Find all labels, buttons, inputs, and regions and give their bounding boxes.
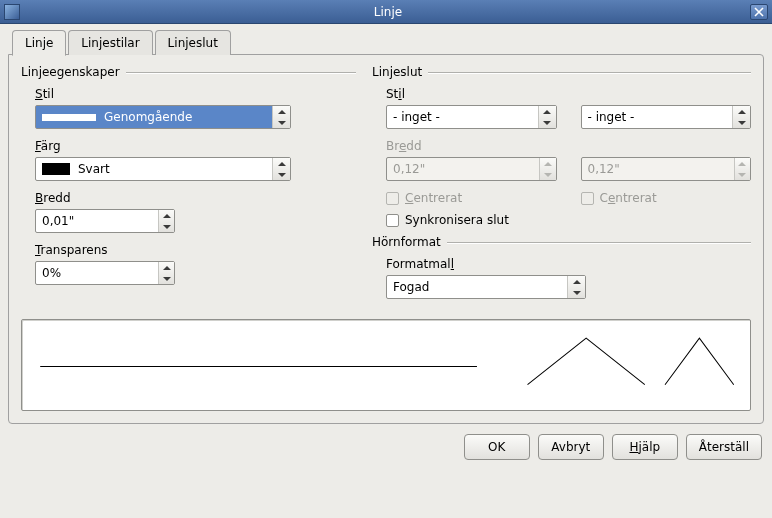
endwidth-right-input <box>582 158 734 180</box>
combo-value: Svart <box>78 162 110 176</box>
button-label: Avbryt <box>551 440 590 454</box>
tab-linje[interactable]: Linje <box>12 30 66 56</box>
combo-arrows[interactable] <box>272 106 290 128</box>
button-label: Återställ <box>699 440 749 454</box>
combo-value: Genomgående <box>104 110 192 124</box>
titlebar: Linje <box>0 0 772 24</box>
divider <box>447 242 751 243</box>
label-centered-left: Centrerat <box>405 191 462 205</box>
label-formatmall: Formatmall <box>386 257 751 271</box>
preview <box>21 319 751 411</box>
combo-value: - inget - <box>588 110 635 124</box>
combo-value: - inget - <box>393 110 440 124</box>
tab-linjeslut[interactable]: Linjeslut <box>155 30 231 55</box>
button-label: Hjälp <box>629 440 660 454</box>
color-swatch <box>42 163 70 175</box>
cancel-button[interactable]: Avbryt <box>538 434 604 460</box>
label-endstyle: Stil <box>386 87 751 101</box>
window-title: Linje <box>26 5 750 19</box>
group-linjeegenskaper: Linjeegenskaper <box>21 65 126 79</box>
spin-arrows[interactable] <box>158 210 174 232</box>
tab-label: Linjestilar <box>81 36 139 50</box>
close-icon <box>754 7 764 17</box>
spin-endwidth-right <box>581 157 752 181</box>
transparency-input[interactable] <box>36 262 158 284</box>
button-label: OK <box>488 440 505 454</box>
combo-line-style[interactable]: Genomgående <box>35 105 291 129</box>
app-icon <box>4 4 20 20</box>
group-hornformat: Hörnformat <box>372 235 447 249</box>
tab-linjestilar[interactable]: Linjestilar <box>68 30 152 55</box>
combo-endstyle-right[interactable]: - inget - <box>581 105 752 129</box>
combo-arrows[interactable] <box>732 106 750 128</box>
endwidth-left-input <box>387 158 539 180</box>
divider <box>126 72 356 73</box>
tab-panel: Linjeegenskaper Stil Genomgående <box>8 54 764 424</box>
reset-button[interactable]: Återställ <box>686 434 762 460</box>
close-button[interactable] <box>750 4 768 20</box>
spin-endwidth-left <box>386 157 557 181</box>
tab-label: Linjeslut <box>168 36 218 50</box>
spin-arrows <box>539 158 555 180</box>
spin-arrows[interactable] <box>158 262 174 284</box>
combo-value: Fogad <box>393 280 429 294</box>
label-transparens: Transparens <box>35 243 356 257</box>
label-endwidth: Bredd <box>386 139 751 153</box>
width-input[interactable] <box>36 210 158 232</box>
checkbox-centered-left <box>386 192 399 205</box>
spin-arrows <box>734 158 750 180</box>
help-button[interactable]: Hjälp <box>612 434 678 460</box>
spin-width[interactable] <box>35 209 175 233</box>
checkbox-centered-right <box>581 192 594 205</box>
spin-transparency[interactable] <box>35 261 175 285</box>
label-bredd: Bredd <box>35 191 356 205</box>
label-centered-right: Centrerat <box>600 191 657 205</box>
combo-cornerstyle[interactable]: Fogad <box>386 275 586 299</box>
divider <box>428 72 751 73</box>
line-style-swatch <box>42 114 96 121</box>
ok-button[interactable]: OK <box>464 434 530 460</box>
combo-endstyle-left[interactable]: - inget - <box>386 105 557 129</box>
combo-arrows[interactable] <box>538 106 556 128</box>
label-stil: Stil <box>35 87 356 101</box>
tabs: Linje Linjestilar Linjeslut <box>8 30 764 55</box>
combo-arrows[interactable] <box>567 276 585 298</box>
label-farg: Färg <box>35 139 356 153</box>
combo-arrows[interactable] <box>272 158 290 180</box>
combo-color[interactable]: Svart <box>35 157 291 181</box>
checkbox-sync[interactable] <box>386 214 399 227</box>
preview-svg <box>22 320 750 413</box>
group-linjeslut: Linjeslut <box>372 65 428 79</box>
label-sync: Synkronisera slut <box>405 213 509 227</box>
tab-label: Linje <box>25 36 53 50</box>
